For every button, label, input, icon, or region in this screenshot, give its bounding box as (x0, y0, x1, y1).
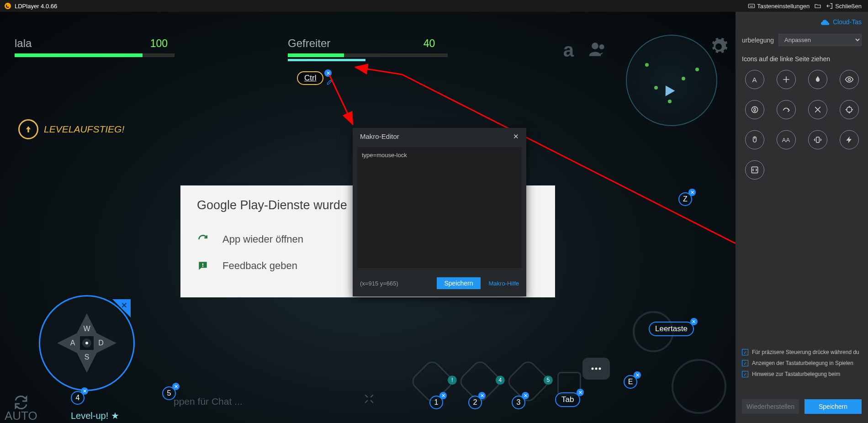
tool-cross-icon[interactable] (777, 70, 796, 89)
macro-editor-close[interactable]: ✕ (513, 132, 519, 141)
player2-subbar (288, 59, 365, 61)
delete-icon[interactable]: ✕ (690, 318, 698, 325)
exit-icon (826, 2, 833, 10)
svg-point-6 (595, 368, 598, 370)
layout-label: urbelegung (742, 37, 774, 44)
play-dialog-retry-label: App wieder öffnen (222, 233, 303, 245)
macro-editor-dialog: Makro-Editor ✕ type=mouse-lock (x=915 y=… (353, 128, 526, 296)
restore-button[interactable]: Wiederherstellen (742, 399, 799, 414)
keybind-ctrl-edit[interactable] (326, 79, 333, 88)
levelup-bottom-text: Level-up! ★ (71, 410, 119, 421)
settings-gear-icon[interactable] (709, 37, 728, 58)
keybind-e[interactable]: E✕ (624, 375, 637, 389)
keybind-ctrl-label: Ctrl (304, 74, 316, 82)
game-main-attack[interactable] (672, 359, 726, 414)
tool-mouse-icon[interactable] (745, 130, 764, 149)
tool-combat-icon[interactable] (808, 100, 827, 119)
svg-point-1 (592, 42, 598, 49)
tool-gravity-icon[interactable] (745, 100, 764, 119)
delete-icon[interactable]: ✕ (634, 371, 641, 379)
cloud-sync-link[interactable]: Cloud-Tas (742, 18, 862, 26)
tool-macro-icon[interactable] (840, 130, 859, 149)
cycle-icon (13, 394, 29, 411)
chat-hint[interactable]: ppen für Chat ... (174, 396, 243, 407)
dpad-center (82, 338, 91, 348)
folder-icon (814, 2, 821, 10)
minimap[interactable] (626, 35, 717, 126)
checkbox-show-mapping[interactable]: ✓ Anzeigen der Tastaturbelegung in Spiel… (742, 360, 862, 366)
dpad-d-key[interactable]: D (94, 332, 116, 354)
layout-select[interactable]: Anpassen (778, 34, 862, 46)
keyboard-settings-button[interactable]: Tasteneinstellungen (748, 2, 810, 10)
tool-view-icon[interactable] (840, 70, 859, 89)
drag-hint: Icons auf die linke Seite ziehen (742, 55, 862, 63)
keyboard-icon (748, 2, 755, 10)
save-button[interactable]: Speichern (804, 399, 862, 414)
tool-aim-icon[interactable] (840, 100, 859, 119)
delete-icon[interactable]: ✕ (688, 189, 696, 196)
shop-icon[interactable]: a (563, 39, 574, 64)
delete-icon[interactable]: ✕ (172, 383, 180, 390)
keyboard-settings-label: Tasteneinstellungen (757, 3, 810, 10)
svg-rect-3 (202, 264, 203, 265)
keybind-space[interactable]: Leertaste✕ (649, 322, 694, 336)
checkbox-precise[interactable]: ✓ Für präzisere Steuerung drücke während… (742, 349, 862, 355)
hud-top-icons: a (563, 39, 608, 64)
hud-player-center: Gefreiter 40 (288, 37, 448, 61)
cloud-label: Cloud-Tas (833, 18, 862, 26)
game-chat-bubble[interactable] (582, 358, 610, 380)
dpad-a-key[interactable]: A (57, 332, 80, 354)
keybind-1[interactable]: 1✕ (429, 396, 443, 409)
expand-icon[interactable] (363, 393, 375, 407)
close-label: Schließen (835, 3, 862, 10)
delete-icon[interactable]: ✕ (577, 389, 584, 396)
skill-badge: 4 (496, 375, 505, 385)
levelup-circle-icon (18, 119, 38, 139)
dpad-close-icon[interactable]: ✕ (121, 301, 127, 310)
tool-script-icon[interactable] (745, 160, 764, 180)
svg-rect-0 (749, 4, 755, 8)
delete-icon[interactable]: ✕ (522, 392, 529, 399)
svg-point-14 (847, 107, 852, 112)
close-button[interactable]: Schließen (826, 2, 862, 10)
tool-text-icon[interactable]: AA (777, 130, 796, 149)
tool-fire-icon[interactable] (808, 70, 827, 89)
macro-editor-textarea[interactable]: type=mouse-lock (357, 147, 522, 268)
keybind-ctrl-delete[interactable]: ✕ (324, 69, 332, 77)
tool-swipe-icon[interactable] (777, 100, 796, 119)
app-title: LDPlayer 4.0.66 (15, 3, 57, 10)
player1-score: 100 (150, 37, 168, 50)
delete-icon[interactable]: ✕ (439, 392, 447, 399)
player2-score: 40 (423, 37, 435, 50)
tool-tap-icon[interactable]: A (745, 70, 764, 89)
keybind-tab[interactable]: Tab✕ (555, 392, 580, 407)
svg-point-13 (752, 106, 757, 112)
keybind-z[interactable]: Z✕ (678, 192, 692, 206)
macro-save-button[interactable]: Speichern (437, 277, 480, 289)
keybind-2[interactable]: 2✕ (468, 396, 482, 409)
keybind-3[interactable]: 3✕ (512, 396, 525, 409)
svg-rect-4 (202, 266, 203, 267)
levelup-text: LEVELAUFSTIEG! (44, 124, 124, 135)
keybind-4[interactable]: 4✕ (71, 391, 85, 405)
chk-hints-label: Hinweise zur Tastaturbelegung beim (752, 371, 840, 377)
auto-button[interactable]: AUTO (5, 394, 37, 423)
feedback-icon (197, 260, 209, 272)
app-titlebar: LDPlayer 4.0.66 Tasteneinstellungen Schl… (0, 0, 868, 12)
player1-name: lala (15, 37, 83, 50)
folder-button[interactable] (814, 2, 821, 10)
tool-shake-icon[interactable] (808, 130, 827, 149)
svg-point-12 (848, 79, 850, 81)
checkbox-hints[interactable]: ✓ Hinweise zur Tastaturbelegung beim (742, 371, 862, 377)
player2-name: Gefreiter (288, 37, 356, 50)
svg-point-5 (592, 368, 594, 370)
delete-icon[interactable]: ✕ (478, 392, 486, 399)
friends-icon[interactable] (587, 39, 608, 64)
delete-icon[interactable]: ✕ (81, 387, 88, 395)
macro-editor-title: Makro-Editor (360, 132, 399, 141)
dpad-mapping[interactable]: ✕ W S A D (39, 295, 135, 391)
player1-healthbar (15, 53, 175, 57)
macro-help-link[interactable]: Makro-Hilfe (489, 280, 519, 287)
keybind-ctrl[interactable]: Ctrl ✕ (297, 71, 323, 85)
svg-point-7 (599, 368, 601, 370)
